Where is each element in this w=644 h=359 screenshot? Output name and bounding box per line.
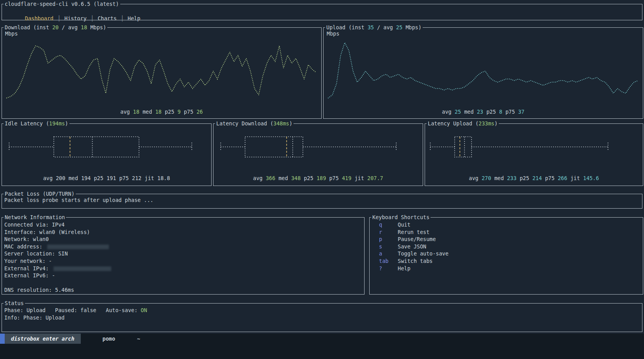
app-header-panel: cloudflare-speed-cli v0.6.5 (latest) Das…	[2, 4, 642, 20]
keyboard-shortcuts-title: Keyboard Shortcuts	[371, 214, 431, 221]
keyboard-shortcuts-panel: Keyboard Shortcuts qQuit rRerun test pPa…	[369, 217, 643, 295]
packet-loss-message: Packet loss probe starts after upload ph…	[4, 196, 642, 204]
status-panel: Status Phase: Upload Paused: false Auto-…	[2, 303, 642, 332]
shortcut-key: q	[379, 221, 398, 229]
latency-upload-stats: avg 270 med 233 p25 214 p75 266 jit 145.…	[425, 175, 643, 182]
network-line-text: MAC address:	[4, 243, 46, 250]
upload-stats-line: avg 25 med 23 p25 8 p75 37	[324, 108, 643, 115]
idle-latency-boxplot	[5, 129, 208, 168]
terminal-screen: cloudflare-speed-cli v0.6.5 (latest) Das…	[0, 0, 644, 359]
terminal-status-bar: distrobox enter arch pomo ~	[0, 334, 644, 359]
shortcut-row-pause: pPause/Resume	[372, 236, 643, 243]
latency-download-stats: avg 366 med 348 p25 189 p75 419 jit 207.…	[213, 175, 423, 182]
shortcut-row-quit: qQuit	[372, 221, 643, 229]
shortcut-label: Help	[398, 265, 411, 271]
network-line-text: Interface: wlan0 (Wireless)	[4, 229, 90, 235]
network-line-server-location: Server location: SIN	[4, 250, 364, 257]
latency-upload-boxplot	[428, 129, 640, 168]
network-line-external-ipv4: External IPv4:	[4, 265, 364, 272]
latency-upload-title: Latency Upload (233ms)	[427, 120, 499, 127]
network-line-text: Your network: -	[4, 258, 52, 264]
shortcut-key: ?	[379, 265, 398, 272]
shortcut-key: tab	[379, 257, 398, 265]
tab-separator: │	[121, 15, 124, 21]
session-tab-active[interactable]: distrobox enter arch	[5, 334, 81, 344]
network-info-panel: Network Information Connected via: IPv4 …	[2, 217, 365, 295]
network-line-your-network: Your network: -	[4, 257, 364, 265]
network-line-text: Network: wlan0	[4, 236, 49, 242]
shortcut-label: Toggle auto-save	[398, 250, 448, 257]
network-line-text: Server location: SIN	[4, 250, 68, 257]
shortcut-row-rerun: rRerun test	[372, 229, 643, 236]
network-line-text: Connected via: IPv4	[4, 221, 64, 228]
latency-download-boxplot	[217, 129, 420, 168]
redacted-mac-address	[47, 245, 109, 249]
tab-separator: │	[57, 15, 60, 21]
network-line-external-ipv6: External IPv6: -	[4, 272, 364, 279]
session-indicator-block	[0, 334, 5, 344]
tab-dashboard[interactable]: Dashboard	[25, 15, 53, 21]
shortcut-row-help: ?Help	[372, 265, 643, 272]
shortcut-label: Pause/Resume	[398, 236, 436, 242]
network-line-interface: Interface: wlan0 (Wireless)	[4, 229, 364, 236]
download-panel: Download (inst 20 / avg 18 Mbps) Mbps av…	[2, 27, 322, 119]
status-info-line: Info: Phase: Upload	[4, 314, 642, 321]
shortcut-label: Switch tabs	[398, 258, 432, 264]
network-info-title: Network Information	[4, 214, 66, 221]
latency-download-panel: Latency Download (348ms) avg 366 med 348…	[213, 123, 423, 186]
packet-loss-panel: Packet Loss (UDP/TURN) Packet loss probe…	[2, 194, 642, 209]
shortcut-key: a	[379, 250, 398, 257]
latency-download-title: Latency Download (348ms)	[215, 120, 294, 127]
idle-latency-stats: avg 200 med 194 p25 191 p75 212 jit 18.8	[2, 175, 211, 182]
network-line-text: DNS resolution: 5.46ms	[4, 287, 74, 293]
network-line-network: Network: wlan0	[4, 236, 364, 243]
shortcut-label: Quit	[398, 221, 411, 228]
shortcut-key: s	[379, 243, 398, 250]
app-title: cloudflare-speed-cli v0.6.5 (latest)	[4, 0, 120, 7]
download-stats-line: avg 18 med 18 p25 9 p75 26	[2, 108, 321, 115]
status-phase-line: Phase: Upload Paused: false Auto-save: O…	[4, 307, 642, 314]
tab-help[interactable]: Help	[128, 15, 141, 21]
network-line-text: External IPv4:	[4, 265, 52, 271]
packet-loss-title: Packet Loss (UDP/TURN)	[4, 190, 76, 197]
download-line-chart	[4, 36, 319, 105]
network-line-mac: MAC address:	[4, 243, 364, 250]
session-tab-home[interactable]: ~	[137, 334, 140, 344]
shortcut-label: Rerun test	[398, 229, 429, 235]
idle-latency-panel: Idle Latency (194ms) avg 200 med 194 p25…	[2, 123, 212, 186]
tab-charts[interactable]: Charts	[98, 15, 117, 21]
upload-panel: Upload (inst 35 / avg 25 Mbps) Mbps avg …	[323, 27, 643, 119]
network-line-dns: DNS resolution: 5.46ms	[4, 286, 364, 294]
shortcut-key: p	[379, 236, 398, 243]
network-line-blank	[4, 279, 364, 287]
shortcut-key: r	[379, 229, 398, 236]
shortcut-row-switch-tabs: tabSwitch tabs	[372, 257, 643, 265]
upload-line-chart	[326, 36, 640, 105]
tab-separator: │	[91, 15, 94, 21]
shortcut-row-save-json: sSave JSON	[372, 243, 643, 250]
shortcut-row-auto-save: aToggle auto-save	[372, 250, 643, 257]
shortcut-label: Save JSON	[398, 243, 426, 250]
session-tab-pomo[interactable]: pomo	[103, 334, 116, 344]
network-line-connected-via: Connected via: IPv4	[4, 221, 364, 229]
latency-upload-panel: Latency Upload (233ms) avg 270 med 233 p…	[425, 123, 643, 186]
tab-history[interactable]: History	[64, 15, 87, 21]
upload-panel-title: Upload (inst 35 / avg 25 Mbps)	[325, 24, 423, 31]
redacted-external-ipv4	[53, 266, 111, 271]
network-line-text: External IPv6: -	[4, 272, 55, 279]
idle-latency-title: Idle Latency (194ms)	[4, 120, 69, 127]
download-panel-title: Download (inst 20 / avg 18 Mbps)	[4, 24, 107, 31]
status-title: Status	[4, 300, 25, 307]
